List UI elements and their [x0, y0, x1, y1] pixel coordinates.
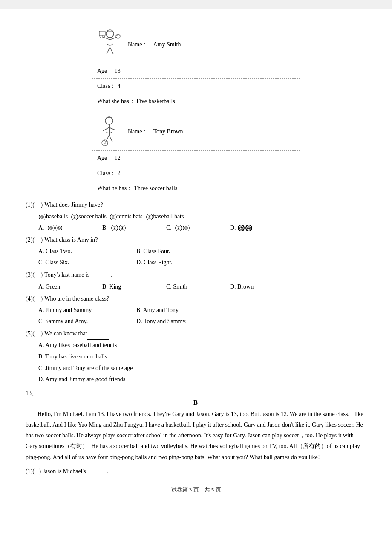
q2-answer-row: A. Class Two. B. Class Four. [26, 246, 366, 257]
q5-text: We can know that [44, 328, 87, 340]
tony-class-label: Class： [97, 170, 116, 176]
tony-has-value: Three soccer balls [134, 185, 177, 191]
tony-age-label: Age： [97, 155, 113, 161]
passage-text: Hello, I'm Michael. I am 13. I have two … [26, 409, 366, 462]
amy-has-value: Five basketballs [136, 98, 175, 104]
q3-opt-c: C. Smith [166, 281, 230, 293]
q3-blank [89, 269, 111, 281]
s13-q1-paren: ) [39, 466, 41, 477]
q1-paren [35, 199, 39, 211]
q3-main-line: (3)( ) Tony's last name is . [26, 269, 366, 281]
q5-main-line: (5)( ) We can know that . [26, 328, 366, 340]
q3-opt-a: A. Green [38, 281, 102, 293]
tony-name-value: Tony Brown [153, 127, 183, 136]
svg-point-4 [116, 34, 120, 38]
section13-questions: (1)( ) Jason is Michael's . [26, 466, 366, 478]
q5-opt-a-row: A. Amy likes baseball and tennis [26, 340, 366, 351]
s13-q1-blank [86, 466, 107, 478]
tony-card: Name： Tony Brown Age： 12 Class： 2 What h… [92, 113, 300, 196]
q4-opt-a: A. Jimmy and Sammy. [38, 305, 136, 316]
q1-answer-row: A. ①④ B. ②④ C. ②③ D. ③④ [26, 223, 366, 234]
s13-q1-line: (1)( ) Jason is Michael's . [26, 466, 366, 478]
q4-paren: ) [41, 293, 43, 305]
amy-card: Name： Amy Smith Age： 13 Class： 4 What sh… [92, 26, 300, 109]
section-13-label: 13、 [26, 390, 366, 397]
page: Name： Amy Smith Age： 13 Class： 4 What sh… [0, 9, 392, 555]
amy-class-row: Class： 4 [92, 79, 300, 94]
q5-opt-b-row: B. Tony has five soccer balls [26, 351, 366, 363]
tony-has-row: What he has： Three soccer balls [92, 181, 300, 196]
amy-age-label: Age： [97, 68, 113, 74]
q2-opt-d: D. Class Eight. [136, 257, 234, 269]
tony-has-label: What he has： [97, 185, 133, 191]
q3-opt-d: D. Brown [230, 281, 294, 293]
q2-text: What class is Amy in? [44, 234, 98, 246]
q2-num: (2)( [26, 234, 35, 246]
tony-name-label: Name： [128, 127, 148, 136]
q5-paren: ) [41, 328, 43, 340]
q1-opt-a: A. ①④ [38, 223, 102, 234]
q1-paren-close: ) [41, 199, 43, 211]
tony-age-row: Age： 12 [92, 151, 300, 166]
q1-opt-d: D. ③④ [230, 223, 294, 234]
q1-opt-c: C. ②③ [166, 223, 230, 234]
q4-opt-c: C. Sammy and Amy. [38, 316, 136, 327]
q5-blank [87, 328, 109, 340]
tony-class-row: Class： 2 [92, 166, 300, 181]
question-2: (2)( ) What class is Amy in? A. Class Tw… [26, 234, 366, 269]
amy-age-row: Age： 13 [92, 64, 300, 79]
q1-opt-b: B. ②④ [102, 223, 166, 234]
amy-class-label: Class： [97, 83, 116, 89]
q4-opt-d: D. Tony and Sammy. [136, 316, 234, 327]
svg-rect-7 [99, 31, 105, 35]
svg-line-6 [110, 47, 113, 54]
question-1: (1)( ) What does Jimmy have? ①baseballs … [26, 199, 366, 234]
q5-opt-a: A. Amy likes baseball and tennis [38, 342, 117, 348]
svg-point-15 [102, 140, 108, 146]
amy-has-row: What she has： Five basketballs [92, 94, 300, 109]
svg-line-9 [99, 35, 101, 38]
amy-name-value: Amy Smith [153, 40, 181, 49]
svg-line-14 [109, 127, 115, 130]
page-footer: 试卷第 3 页，共 5 页 [26, 486, 366, 494]
q4-main-line: (4)( ) Who are in the same class? [26, 293, 366, 305]
q1-text: What does Jimmy have? [44, 199, 103, 211]
amy-figure-icon [97, 29, 123, 60]
q5-num: (5)( [26, 328, 35, 340]
q3-answer-row: A. Green B. King C. Smith D. Brown [26, 281, 366, 293]
q3-num: (3)( [26, 269, 35, 281]
q3-paren: ) [41, 269, 43, 281]
q4-answer-row: A. Jimmy and Sammy. B. Amy and Tony. [26, 305, 366, 316]
question-5: (5)( ) We can know that . A. Amy likes b… [26, 328, 366, 385]
svg-line-18 [109, 135, 112, 142]
q2-main-line: (2)( ) What class is Amy in? [26, 234, 366, 246]
section-b-title: B [26, 399, 366, 406]
s13-q1-num: (1)( [26, 466, 35, 477]
q1-main-line: (1)( ) What does Jimmy have? [26, 199, 366, 211]
q2-answer-row-2: C. Class Six. D. Class Eight. [26, 257, 366, 269]
q5-opt-b: B. Tony has five soccer balls [38, 353, 107, 360]
question-4: (4)( ) Who are in the same class? A. Jim… [26, 293, 366, 327]
section13-q1: (1)( ) Jason is Michael's . [26, 466, 366, 478]
s13-q1-text: Jason is Michael's [43, 466, 86, 477]
tony-age-value: 12 [115, 155, 121, 161]
svg-marker-16 [104, 140, 106, 144]
amy-name-label: Name： [128, 40, 148, 49]
q2-opt-a: A. Class Two. [38, 246, 136, 257]
q3-opt-b: B. King [102, 281, 166, 293]
q2-opt-c: C. Class Six. [38, 257, 136, 269]
footer-text: 试卷第 3 页，共 5 页 [171, 486, 221, 493]
q3-text: Tony's last name is [44, 269, 89, 281]
q4-opt-b: B. Amy and Tony. [136, 305, 234, 316]
q4-text: Who are in the same class? [44, 293, 109, 305]
q2-paren: ) [41, 234, 43, 246]
svg-line-13 [103, 127, 109, 131]
tony-class-value: 2 [118, 170, 121, 176]
q5-opt-d-row: D. Amy and Jimmy are good friends [26, 374, 366, 385]
tony-figure-icon [97, 116, 123, 147]
section-13: 13、 B Hello, I'm Michael. I am 13. I hav… [26, 390, 366, 478]
amy-class-value: 4 [118, 83, 121, 89]
amy-has-label: What she has： [97, 98, 135, 104]
questions-section: (1)( ) What does Jimmy have? ①baseballs … [26, 199, 366, 385]
q1-opts-text: ①baseballs ②soccer balls ③tennis bats ④b… [26, 211, 366, 223]
